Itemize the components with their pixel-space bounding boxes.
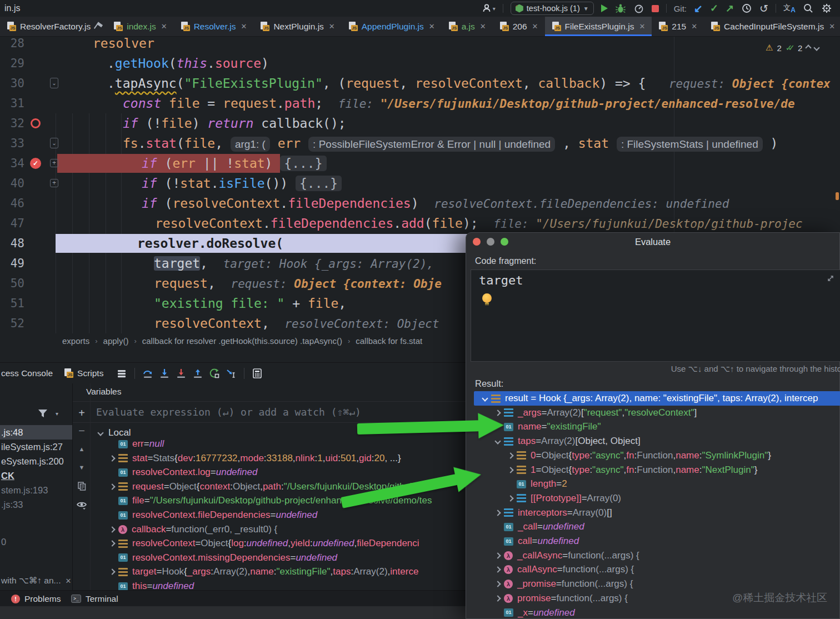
run-button[interactable] — [601, 2, 608, 15]
close-icon[interactable]: ✕ — [479, 22, 487, 31]
force-step-into-button[interactable] — [173, 366, 189, 381]
code-line[interactable]: 32if (!file) return callback(); — [0, 113, 840, 133]
variable-row[interactable]: 01resolveContext.fileDependencies = unde… — [73, 508, 466, 522]
close-icon[interactable]: ✕ — [638, 22, 646, 31]
frame-row[interactable]: eSystem.js:200 — [0, 454, 73, 468]
result-tree-row[interactable]: 01call = undefined — [466, 534, 840, 548]
code-line[interactable]: 29.getHook(this.source) — [0, 53, 840, 73]
frame-row[interactable]: ileSystem.js:27 — [0, 440, 73, 454]
dialog-header[interactable]: Evaluate — [466, 233, 839, 251]
result-tree-row[interactable]: _args = Array(2) ["request", "resolveCon… — [466, 406, 840, 420]
variable-row[interactable]: target = Hook {_args: Array(2), name: "e… — [73, 565, 466, 579]
chevron-icon[interactable] — [106, 456, 118, 461]
unfold-marker-icon[interactable]: + — [50, 159, 58, 167]
next-issue-icon[interactable] — [814, 44, 820, 51]
close-icon[interactable]: ✕ — [65, 577, 71, 585]
code-line[interactable]: 33⌄fs.stat(file, arg1: ( err : PossibleF… — [0, 133, 840, 153]
rollback-button[interactable]: ↺ — [759, 2, 768, 15]
tab-215[interactable]: JS215✕ — [652, 17, 704, 36]
breadcrumb-item[interactable]: callback for resolver .getHook(this.sour… — [142, 336, 342, 346]
watch-input[interactable]: Evaluate expression (↵) or add a watch (… — [96, 405, 463, 420]
chevron-icon[interactable] — [492, 582, 504, 586]
user-icon[interactable]: ▾ — [482, 2, 496, 15]
variable-row[interactable]: stat = Stats {dev: 16777232, mode: 33188… — [73, 451, 466, 466]
tab-a-js[interactable]: JSa.js✕ — [442, 17, 493, 36]
chevron-icon[interactable] — [492, 553, 504, 558]
tab-scripts[interactable]: JS Scripts — [58, 363, 109, 384]
translate-icon[interactable]: 文A — [783, 3, 796, 14]
run-configuration-select[interactable]: ✕ test-hook.js (1) ▼ — [511, 2, 594, 15]
tab-index-js[interactable]: JSindex.js✕ — [107, 17, 173, 36]
tab-fileexistsplugin-js[interactable]: JSFileExistsPlugin.js✕ — [545, 17, 652, 36]
chevron-icon[interactable] — [106, 527, 118, 532]
chevron-icon[interactable] — [479, 396, 491, 401]
tab-nextplugin-js[interactable]: JSNextPlugin.js✕ — [253, 17, 341, 36]
zoom-button[interactable] — [501, 238, 508, 246]
variable-row[interactable]: 01resolveContext.log = undefined — [73, 465, 466, 480]
threads-view-icon[interactable] — [113, 366, 130, 381]
close-icon[interactable]: ✕ — [690, 22, 698, 31]
stop-button[interactable] — [652, 2, 659, 15]
tab-206[interactable]: JS206✕ — [493, 17, 545, 36]
unfold-marker-icon[interactable]: + — [50, 179, 58, 187]
run-to-cursor-button[interactable] — [206, 366, 223, 381]
breadcrumb-item[interactable]: callback for fs.stat — [356, 336, 422, 346]
frame-row[interactable]: stem.js:193 — [0, 483, 73, 497]
tab-process-console[interactable]: cess Console — [0, 363, 58, 384]
chevron-icon[interactable] — [492, 596, 504, 601]
fold-marker-icon[interactable]: ⌄ — [50, 78, 58, 88]
frame-row[interactable]: .js:33 — [0, 497, 73, 512]
git-commit-button[interactable]: ✓ — [710, 2, 718, 15]
debug-button[interactable] — [615, 2, 626, 15]
settings-gear-icon[interactable] — [821, 2, 832, 15]
tab-cachedinputfilesystem-js[interactable]: JSCachedInputFileSystem.js✕ — [704, 17, 840, 36]
prev-issue-icon[interactable] — [806, 44, 812, 51]
scrollbar-annotation[interactable] — [836, 192, 839, 200]
frame-row[interactable]: .js:48 — [0, 425, 73, 440]
git-push-button[interactable]: ↗ — [726, 2, 734, 15]
folded-region[interactable]: {...} — [296, 176, 342, 191]
chevron-icon[interactable] — [106, 570, 118, 574]
close-button[interactable] — [473, 238, 481, 246]
frame-row[interactable]: 0 — [0, 535, 73, 549]
profiler-button[interactable] — [633, 2, 644, 15]
tab-resolver-js[interactable]: JSResolver.js✕ — [174, 17, 254, 36]
close-icon[interactable]: ✕ — [160, 22, 168, 31]
result-tree-row[interactable]: interceptors = Array(0) [] — [466, 506, 840, 520]
chevron-icon[interactable] — [504, 496, 517, 501]
tab-appendplugin-js[interactable]: JSAppendPlugin.js✕ — [342, 17, 442, 36]
close-icon[interactable]: ✕ — [828, 22, 836, 31]
show-execution-point-button[interactable] — [223, 366, 239, 381]
tab-resolverfactory-js[interactable]: JSResolverFactory.js — [0, 17, 107, 36]
result-tree-row[interactable]: 1 = Object {type: "async", fn: Function,… — [466, 463, 840, 477]
variable-row[interactable]: 01resolveContext.missingDependencies = u… — [73, 551, 466, 565]
folded-region[interactable]: {...} — [280, 156, 326, 171]
verified-breakpoint-icon[interactable]: ✓ — [30, 158, 41, 169]
frame-row[interactable]: CK — [0, 468, 73, 483]
expand-icon[interactable] — [827, 274, 834, 284]
chevron-icon[interactable] — [492, 439, 504, 443]
step-out-button[interactable] — [189, 366, 206, 381]
code-line[interactable]: 34✓+if (err || !stat) {...} — [0, 153, 840, 173]
chevron-down-icon[interactable] — [97, 430, 103, 436]
search-everywhere-button[interactable] — [803, 2, 814, 15]
result-tree-row[interactable]: 01_x = undefined — [466, 606, 840, 619]
step-into-button[interactable] — [156, 366, 173, 381]
close-icon[interactable]: ✕ — [428, 22, 436, 31]
chevron-down-icon[interactable]: ▾ — [56, 411, 58, 417]
result-tree-row[interactable]: λcallAsync = function(...args) { — [466, 562, 840, 577]
code-line[interactable]: 28resolver — [0, 37, 840, 53]
result-tree-row[interactable]: 0 = Object {type: "async", fn: Function,… — [466, 448, 840, 463]
result-tree-row[interactable]: λ_callAsync = function(...args) { — [466, 548, 840, 563]
result-tree-row[interactable]: taps = Array(2) [Object, Object] — [466, 434, 840, 448]
code-line[interactable]: 31const file = request.path; file: "/Use… — [0, 93, 840, 113]
inspection-widget[interactable]: ⚠2 ✓✓2 — [766, 43, 819, 53]
code-line[interactable]: 47resolveContext.fileDependencies.add(fi… — [0, 213, 840, 233]
code-line[interactable]: 40+if (!stat.isFile()) {...} — [0, 173, 840, 193]
intention-bulb-icon[interactable] — [482, 293, 492, 303]
code-fragment-input[interactable]: target — [471, 269, 840, 362]
terminal-tool-button[interactable]: >_ Terminal — [71, 591, 118, 607]
chevron-icon[interactable] — [504, 468, 517, 472]
minimize-button[interactable] — [487, 238, 494, 246]
breakpoint-icon[interactable] — [31, 118, 41, 128]
